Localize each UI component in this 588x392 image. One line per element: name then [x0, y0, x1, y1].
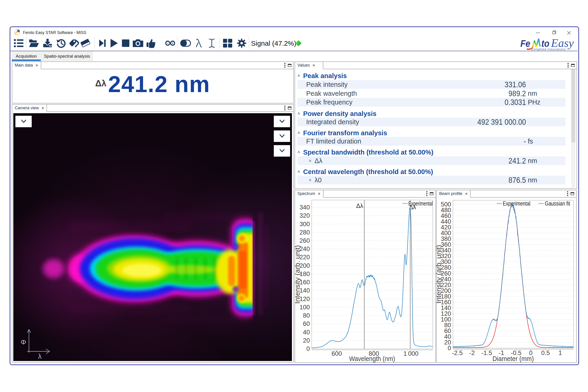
- svg-text:1 000: 1 000: [403, 350, 418, 357]
- svg-text:Wavelength (nm): Wavelength (nm): [349, 355, 395, 362]
- svg-text:20: 20: [303, 337, 310, 344]
- svg-text:Experimental: Experimental: [503, 200, 530, 207]
- svg-text:-1.5: -1.5: [482, 350, 492, 356]
- svg-text:0.5: 0.5: [541, 350, 550, 356]
- svg-text:1: 1: [558, 350, 562, 356]
- svg-text:-2: -2: [469, 350, 475, 356]
- svg-text:60: 60: [303, 320, 310, 327]
- svg-text:100: 100: [300, 304, 310, 311]
- svg-text:40: 40: [303, 329, 310, 336]
- svg-text:260: 260: [300, 237, 310, 244]
- svg-text:500: 500: [441, 201, 451, 208]
- svg-text:Intensity (arb. unit): Intensity (arb. unit): [435, 245, 442, 304]
- svg-text:Diameter (mm): Diameter (mm): [492, 355, 534, 362]
- svg-text:600: 600: [332, 350, 342, 357]
- svg-text:0: 0: [306, 346, 310, 352]
- svg-text:320: 320: [300, 212, 310, 219]
- svg-text:300: 300: [300, 221, 310, 228]
- svg-text:Gaussian fit: Gaussian fit: [545, 200, 570, 207]
- svg-text:Experimental: Experimental: [408, 200, 433, 207]
- svg-text:80: 80: [303, 312, 310, 319]
- svg-text:-2.5: -2.5: [452, 350, 463, 356]
- svg-text:280: 280: [300, 229, 310, 236]
- svg-text:Δλ: Δλ: [356, 202, 363, 209]
- svg-text:Intensity (arb. unit): Intensity (arb. unit): [294, 245, 301, 304]
- svg-text:340: 340: [300, 204, 310, 211]
